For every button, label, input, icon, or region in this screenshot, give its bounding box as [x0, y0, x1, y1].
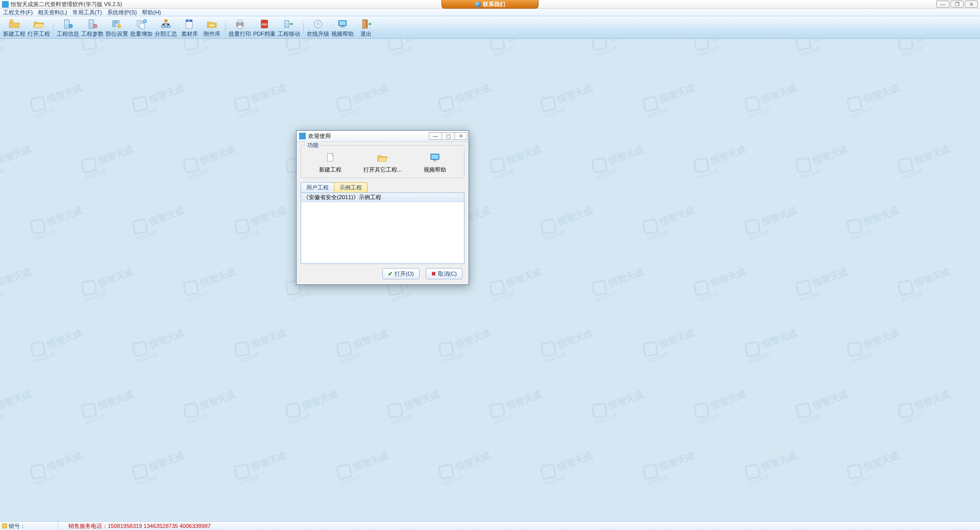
dialog-icon	[299, 133, 306, 139]
check-icon: ✔	[388, 271, 393, 277]
function-fn-new[interactable]: 新建工程	[307, 152, 353, 174]
building-gear-icon	[86, 18, 99, 30]
folder-open-y-icon	[374, 152, 390, 164]
functions-row: 新建工程打开其它工程...视频帮助	[304, 151, 461, 175]
toolbar-new-project[interactable]: 新建工程	[2, 18, 27, 38]
menu-help[interactable]: 帮助(H)	[142, 9, 161, 16]
svg-rect-9	[90, 21, 91, 22]
dialog-title: 欢迎使用	[308, 132, 331, 140]
svg-rect-24	[167, 26, 170, 28]
sales-numbers: 15081958319 13463528735 4006338987	[108, 523, 211, 529]
svg-rect-42	[340, 27, 345, 28]
toolbar-online-upgrade[interactable]: 在线升级	[306, 18, 330, 38]
svg-rect-41	[341, 26, 344, 27]
dialog-window-controls: — ▢ ✕	[429, 132, 468, 140]
svg-text:i: i	[70, 25, 71, 28]
list-item[interactable]: 《安徽省安全(2011)》示例工程	[301, 193, 464, 202]
toolbar-exit[interactable]: 退出	[355, 18, 377, 38]
lock-status: 锁号：	[2, 522, 58, 530]
svg-rect-22	[161, 26, 164, 28]
svg-rect-47	[434, 160, 436, 160]
disc-icon	[311, 18, 325, 30]
toolbar-material-lib[interactable]: W素材库	[178, 18, 201, 38]
monitor-big-icon	[427, 152, 443, 164]
toolbar-project-move[interactable]: 工程移动	[277, 18, 301, 38]
app-title: 恒智天成第二代资料管理软件(学习版 V9.2.5)	[11, 1, 122, 8]
file-new-icon	[322, 152, 338, 164]
toolbar-label: 批量增加	[130, 30, 153, 38]
menu-tools[interactable]: 常用工具(T)	[72, 9, 102, 16]
toolbar-video-help[interactable]: 视频帮助	[330, 18, 355, 38]
toolbar-attachment-lib[interactable]: 附件库	[201, 18, 223, 38]
exit-door-icon	[359, 18, 373, 30]
menu-related[interactable]: 相关资料(L)	[38, 9, 67, 16]
tab-sample[interactable]: 示例工程	[334, 182, 368, 192]
menu-file[interactable]: 工程文件(F)	[3, 9, 33, 16]
toolbar-section-summary[interactable]: 分部汇总	[154, 18, 178, 38]
menu-system[interactable]: 系统维护(S)	[107, 9, 137, 16]
contact-us-button[interactable]: 联系我们	[442, 0, 538, 9]
function-label: 新建工程	[319, 166, 341, 174]
toolbar-label: 批量打印	[229, 30, 251, 38]
toolbar-label: 工程信息	[57, 30, 79, 38]
svg-rect-35	[285, 21, 286, 22]
cancel-button[interactable]: ✖ 取消(C)	[426, 268, 462, 279]
welcome-dialog: 欢迎使用 — ▢ ✕ 功能 新建工程打开其它工程...视频帮助 用户工程示例工程…	[296, 130, 469, 285]
building-info-icon: i	[61, 18, 75, 30]
pdf-icon: PDF	[258, 18, 271, 30]
minimize-button[interactable]: —	[936, 1, 949, 8]
folder-lib-icon	[205, 18, 218, 30]
toolbar-label: 素材库	[181, 30, 198, 38]
globe-icon	[475, 2, 481, 7]
watermark: 恒智天成HztcSoft恒智天成HztcSoft恒智天成HztcSoft恒智天成…	[0, 39, 980, 521]
svg-rect-40	[339, 21, 346, 26]
tab-user[interactable]: 用户工程	[301, 182, 334, 192]
svg-rect-48	[433, 161, 437, 161]
function-label: 打开其它工程...	[363, 166, 402, 174]
grid-settings-icon	[110, 18, 124, 30]
toolbar-project-params[interactable]: 工程参数	[80, 18, 105, 38]
toolbar-separator	[225, 19, 226, 36]
svg-point-12	[94, 26, 96, 27]
function-fn-open[interactable]: 打开其它工程...	[359, 152, 405, 174]
open-button-label: 打开(O)	[395, 270, 414, 278]
toolbar-label: 在线升级	[307, 30, 329, 38]
toolbar-label: 新建工程	[3, 30, 26, 38]
toolbar-batch-add[interactable]: 批量增加	[129, 18, 154, 38]
dialog-tabs: 用户工程示例工程	[301, 182, 464, 192]
close-button[interactable]: ✕	[965, 1, 978, 8]
svg-point-38	[317, 23, 319, 25]
sales-phone: 销售服务电话：15081958319 13463528735 400633898…	[68, 522, 211, 530]
svg-rect-2	[65, 21, 66, 22]
function-fn-video[interactable]: 视频帮助	[412, 152, 458, 174]
svg-point-16	[117, 25, 121, 28]
contact-label: 联系我们	[483, 1, 505, 8]
svg-rect-21	[164, 20, 167, 22]
lock-icon	[2, 523, 7, 528]
toolbar-project-info[interactable]: i工程信息	[56, 18, 80, 38]
svg-rect-36	[287, 21, 288, 22]
dialog-minimize-button[interactable]: —	[429, 132, 442, 140]
hierarchy-icon	[159, 18, 173, 30]
function-label: 视频帮助	[424, 166, 446, 174]
maximize-button[interactable]: ❐	[950, 1, 964, 8]
dialog-titlebar: 欢迎使用 — ▢ ✕	[297, 131, 469, 142]
project-listbox[interactable]: 《安徽省安全(2011)》示例工程	[301, 192, 464, 264]
titlebar: 恒智天成第二代资料管理软件(学习版 V9.2.5) 联系我们 — ❐ ✕	[0, 0, 980, 9]
toolbar-open-project[interactable]: 打开工程	[27, 18, 51, 38]
toolbar-label: 工程移动	[278, 30, 300, 38]
toolbar-batch-print[interactable]: 批量打印	[228, 18, 252, 38]
dialog-body: 功能 新建工程打开其它工程...视频帮助 用户工程示例工程 《安徽省安全(201…	[297, 142, 469, 284]
open-button[interactable]: ✔ 打开(O)	[382, 268, 420, 279]
toolbar-pdf-archive[interactable]: PDFPDF档案	[252, 18, 277, 38]
toolbar-label: PDF档案	[253, 30, 276, 38]
toolbar-unit-settings[interactable]: 部位设置	[105, 18, 129, 38]
dialog-close-button[interactable]: ✕	[454, 132, 468, 140]
monitor-icon	[336, 18, 349, 30]
toolbar-separator	[303, 19, 304, 36]
svg-rect-5	[67, 22, 68, 23]
app-icon	[2, 1, 9, 8]
building-move-icon	[282, 18, 296, 30]
dialog-maximize-button[interactable]: ▢	[442, 132, 455, 140]
x-icon: ✖	[431, 271, 436, 277]
